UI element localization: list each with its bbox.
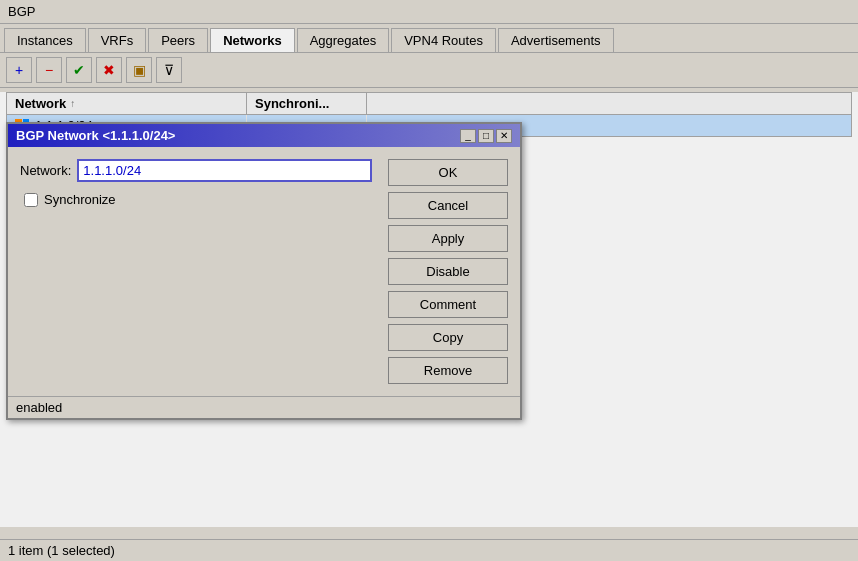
network-field-row: Network: (20, 159, 372, 182)
dialog-title-buttons: _ □ ✕ (460, 129, 512, 143)
ok-button[interactable]: OK (388, 159, 508, 186)
tab-advertisements[interactable]: Advertisements (498, 28, 614, 52)
toolbar: + − ✔ ✖ ▣ ⊽ (0, 53, 858, 88)
remove-button[interactable]: Remove (388, 357, 508, 384)
network-label: Network: (20, 163, 71, 178)
col-network: Network ↑ (7, 93, 247, 114)
cancel-button[interactable]: Cancel (388, 192, 508, 219)
network-input[interactable] (77, 159, 372, 182)
tab-vpn4routes[interactable]: VPN4 Routes (391, 28, 496, 52)
check-button[interactable]: ✔ (66, 57, 92, 83)
dialog-title-text: BGP Network <1.1.1.0/24> (16, 128, 175, 143)
status-bar: 1 item (1 selected) (0, 539, 858, 561)
tab-peers[interactable]: Peers (148, 28, 208, 52)
dialog-title-bar: BGP Network <1.1.1.0/24> _ □ ✕ (8, 124, 520, 147)
comment-button[interactable]: Comment (388, 291, 508, 318)
dialog-maximize-button[interactable]: □ (478, 129, 494, 143)
col-sync: Synchroni... (247, 93, 367, 114)
cross-button[interactable]: ✖ (96, 57, 122, 83)
synchronize-label: Synchronize (44, 192, 116, 207)
box-button[interactable]: ▣ (126, 57, 152, 83)
filter-button[interactable]: ⊽ (156, 57, 182, 83)
dialog-left: Network: Synchronize (20, 159, 372, 384)
tab-instances[interactable]: Instances (4, 28, 86, 52)
tab-vrfs[interactable]: VRFs (88, 28, 147, 52)
dialog-close-button[interactable]: ✕ (496, 129, 512, 143)
title-bar: BGP (0, 0, 858, 24)
synchronize-row: Synchronize (24, 192, 372, 207)
tab-bar: Instances VRFs Peers Networks Aggregates… (0, 24, 858, 53)
apply-button[interactable]: Apply (388, 225, 508, 252)
tab-aggregates[interactable]: Aggregates (297, 28, 390, 52)
status-text: 1 item (1 selected) (8, 543, 115, 558)
table-header: Network ↑ Synchroni... (7, 93, 851, 115)
dialog-status: enabled (8, 396, 520, 418)
dialog-buttons: OK Cancel Apply Disable Comment Copy Rem… (388, 159, 508, 384)
dialog: BGP Network <1.1.1.0/24> _ □ ✕ Network: … (6, 122, 522, 420)
app-title: BGP (8, 4, 35, 19)
sort-arrow-network: ↑ (70, 98, 75, 109)
add-button[interactable]: + (6, 57, 32, 83)
main-area: Network ↑ Synchroni... 1.1.1.0/24 no (0, 92, 858, 527)
copy-button[interactable]: Copy (388, 324, 508, 351)
delete-button[interactable]: − (36, 57, 62, 83)
dialog-content: Network: Synchronize OK Cancel Apply Dis… (8, 147, 520, 396)
tab-networks[interactable]: Networks (210, 28, 295, 52)
dialog-minimize-button[interactable]: _ (460, 129, 476, 143)
disable-button[interactable]: Disable (388, 258, 508, 285)
synchronize-checkbox[interactable] (24, 193, 38, 207)
